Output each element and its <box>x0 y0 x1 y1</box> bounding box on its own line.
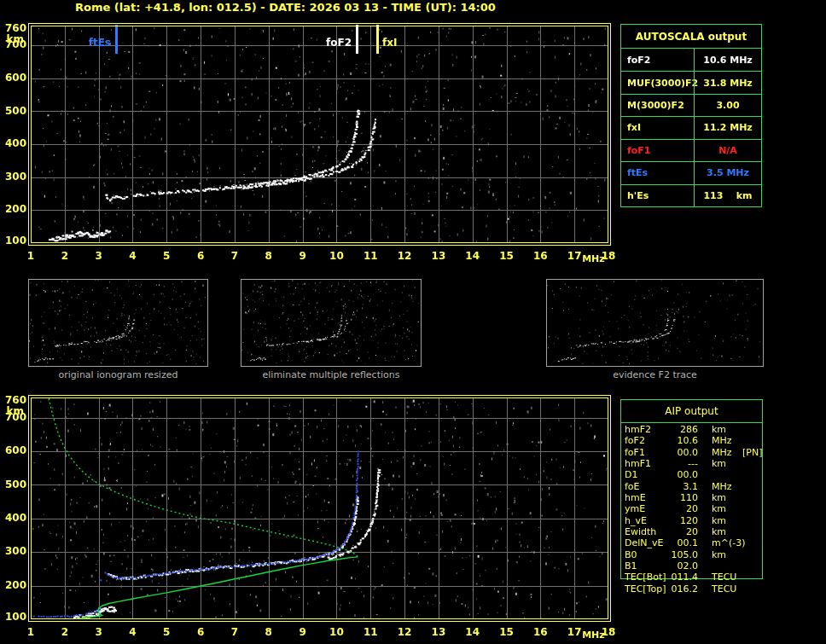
aip-parameter-value: 286 <box>669 424 698 435</box>
autoscala-parameter-value: 11.2 MHz <box>694 117 761 138</box>
autoscala-row: fxI11.2 MHz <box>621 116 761 138</box>
thumbnail-caption-eliminate: eliminate multiple reflections <box>241 369 422 380</box>
aip-parameter-value: 00.0 <box>669 469 698 480</box>
autoscala-output-table: AUTOSCALA output foF210.6 MHzMUF(3000)F2… <box>620 24 762 207</box>
aip-parameter-unit: MHz <box>698 481 741 492</box>
aip-row: hmE110km <box>620 492 825 503</box>
aip-parameter-unit: TECU <box>698 583 741 595</box>
aip-parameter-note <box>741 571 825 583</box>
aip-parameter-label: foF1 <box>625 447 669 458</box>
autoscala-parameter-label: MUF(3000)F2 <box>621 72 694 93</box>
autoscala-row: foF1N/A <box>621 139 761 161</box>
aip-row: DelN_vE00.1m^(-3) <box>620 537 825 548</box>
aip-parameter-label: Ewidth <box>625 526 669 537</box>
aip-parameter-value: 10.6 <box>669 435 698 446</box>
aip-parameter-unit: km <box>698 424 741 435</box>
autoscala-parameter-label: foF2 <box>621 49 694 71</box>
autoscala-parameter-value: 10.6 MHz <box>694 49 761 71</box>
aip-parameter-note <box>741 526 825 537</box>
aip-parameter-unit: km <box>698 492 741 503</box>
aip-row: TEC[Top]016.2TECU <box>620 583 825 595</box>
aip-row: foF210.6MHz <box>620 435 825 446</box>
aip-parameter-unit: TECU <box>698 571 741 583</box>
aip-parameter-unit: km <box>698 458 741 469</box>
aip-parameter-label: TEC[Top] <box>625 583 669 595</box>
aip-parameter-unit: km <box>698 526 741 537</box>
autoscaled-ionogram-plot <box>0 388 623 644</box>
aip-row: ymE20km <box>620 503 825 514</box>
thumbnail-caption-original: original ionogram resized <box>28 369 208 380</box>
station-title: Rome (lat: +41.8, lon: 012.5) - DATE: 20… <box>75 1 496 14</box>
autoscala-parameter-value: 31.8 MHz <box>694 72 761 93</box>
aip-row: Ewidth20km <box>620 526 825 537</box>
aip-parameter-value: 011.4 <box>669 571 698 583</box>
aip-row: hmF1---km <box>620 458 825 469</box>
autoscala-parameter-label: ftEs <box>621 162 694 183</box>
aip-row: D100.0 <box>620 469 825 480</box>
autoscala-parameter-value: 3.5 MHz <box>694 162 761 183</box>
aip-parameter-note <box>741 583 825 595</box>
autoscala-row: foF210.6 MHz <box>621 49 761 71</box>
aip-parameter-value: 20 <box>669 503 698 514</box>
aip-parameter-value: 120 <box>669 515 698 526</box>
aip-parameter-label: ymE <box>625 503 669 514</box>
autoscala-parameter-label: M(3000)F2 <box>621 95 694 116</box>
aip-parameter-value: 3.1 <box>669 481 698 492</box>
autoscala-row: MUF(3000)F231.8 MHz <box>621 71 761 93</box>
thumbnail-eliminate-reflections <box>241 279 422 367</box>
autoscala-row: M(3000)F23.00 <box>621 94 761 116</box>
autoscala-output-screen: Rome (lat: +41.8, lon: 012.5) - DATE: 20… <box>0 0 826 644</box>
autoscala-parameter-label: foF1 <box>621 140 694 161</box>
aip-parameter-note <box>741 435 825 446</box>
aip-parameter-note <box>741 492 825 503</box>
aip-parameter-unit: km <box>698 503 741 514</box>
aip-parameter-value: 20 <box>669 526 698 537</box>
autoscala-table-rows: foF210.6 MHzMUF(3000)F231.8 MHzM(3000)F2… <box>621 49 761 206</box>
autoscala-parameter-label: fxI <box>621 117 694 138</box>
aip-row: foE3.1MHz <box>620 481 825 492</box>
thumbnail-original-ionogram <box>28 279 208 367</box>
thumbnail-evidence-canvas <box>547 280 761 364</box>
aip-parameter-unit: km <box>698 549 741 560</box>
autoscala-row: h'Es113 km <box>621 184 761 206</box>
aip-parameter-note <box>741 560 825 571</box>
aip-parameter-note <box>741 458 825 469</box>
aip-parameter-value: 105.0 <box>669 549 698 560</box>
autoscala-row: ftEs3.5 MHz <box>621 161 761 183</box>
aip-parameter-unit: m^(-3) <box>698 537 741 548</box>
autoscala-parameter-value: 113 km <box>694 185 761 206</box>
recorded-ionogram-plot <box>0 15 623 271</box>
thumbnail-original-canvas <box>29 280 206 364</box>
aip-parameter-note <box>741 469 825 480</box>
thumbnail-evidence-f2 <box>546 279 764 367</box>
aip-parameter-unit: km <box>698 515 741 526</box>
aip-parameter-note: [PN] <box>741 447 825 458</box>
autoscala-table-title: AUTOSCALA output <box>621 25 761 49</box>
aip-parameter-value: 016.2 <box>669 583 698 595</box>
aip-parameter-note <box>741 481 825 492</box>
aip-parameter-value: --- <box>669 458 698 469</box>
aip-parameter-label: B1 <box>625 560 669 571</box>
aip-row: B0105.0km <box>620 549 825 560</box>
aip-parameter-note <box>741 537 825 548</box>
aip-parameter-label: foF2 <box>625 435 669 446</box>
aip-row: h_vE120km <box>620 515 825 526</box>
aip-parameter-value: 110 <box>669 492 698 503</box>
aip-box-title: AIP output <box>621 400 762 423</box>
aip-parameter-label: hmE <box>625 492 669 503</box>
aip-parameter-value: 02.0 <box>669 560 698 571</box>
aip-parameter-label: B0 <box>625 549 669 560</box>
thumbnail-eliminate-canvas <box>241 280 419 364</box>
thumbnail-caption-evidence: evidence F2 trace <box>546 369 764 380</box>
aip-row: hmF2286km <box>620 424 825 435</box>
aip-parameter-unit: MHz <box>698 447 741 458</box>
aip-parameter-value: 00.1 <box>669 537 698 548</box>
aip-parameter-note <box>741 424 825 435</box>
aip-parameter-note <box>741 515 825 526</box>
aip-parameter-label: hmF2 <box>625 424 669 435</box>
aip-row: foF100.0MHz[PN] <box>620 447 825 458</box>
aip-parameter-label: DelN_vE <box>625 537 669 548</box>
aip-parameter-unit <box>698 469 741 480</box>
aip-parameter-value: 00.0 <box>669 447 698 458</box>
autoscala-parameter-value: 3.00 <box>694 95 761 116</box>
